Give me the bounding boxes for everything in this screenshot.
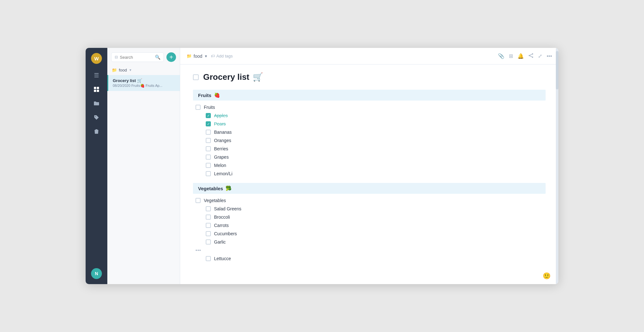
grid-icon[interactable] <box>91 84 102 95</box>
item-label-pears: Pears <box>214 121 226 126</box>
item-checkbox-lettuce[interactable] <box>206 256 211 261</box>
title-checkbox[interactable] <box>193 74 199 80</box>
sidebar-item-emoji: 🛒 <box>137 78 142 83</box>
item-checkbox-salad[interactable] <box>206 206 211 211</box>
fruits-parent-label: Fruits <box>204 105 215 110</box>
list-item[interactable]: Cucumbers <box>193 230 546 238</box>
sidebar-item-meta: 08/20/2020 Fruits🍓 Fruits Ap... <box>113 84 175 88</box>
item-label-carrots: Carrots <box>214 223 229 228</box>
item-checkbox-lemon[interactable] <box>206 171 211 176</box>
svg-rect-2 <box>94 90 96 92</box>
sidebar-item-title-text: Grocery list <box>113 78 136 83</box>
sidebar-search-area: ⊟ 🔍 + <box>107 48 180 65</box>
emoji-reaction-button[interactable]: 🙂 <box>543 272 551 280</box>
page-title-row: Grocery list 🛒 <box>193 72 546 82</box>
list-item[interactable]: Apples <box>193 111 546 120</box>
attach-icon[interactable]: 📎 <box>498 53 504 59</box>
sidebar-item-title: Grocery list 🛒 <box>113 78 175 83</box>
svg-line-7 <box>530 54 532 55</box>
avatar-bottom[interactable]: N <box>91 268 102 279</box>
item-checkbox-garlic[interactable] <box>206 239 211 245</box>
list-item[interactable]: Grapes <box>193 153 546 161</box>
vegetables-parent-checkbox[interactable] <box>195 198 201 203</box>
item-label-salad: Salad Greens <box>214 206 241 211</box>
item-label-lettuce: Lettucce <box>214 256 231 261</box>
list-item[interactable]: Oranges <box>193 136 546 145</box>
item-checkbox-oranges[interactable] <box>206 138 211 143</box>
page-title-text: Grocery list <box>203 72 249 82</box>
bell-icon[interactable]: 🔔 <box>518 53 524 59</box>
scrollbar-thumb[interactable] <box>556 51 558 89</box>
scrollbar[interactable] <box>556 48 558 284</box>
add-button[interactable]: + <box>166 52 176 62</box>
breadcrumb-folder-name: food <box>194 54 202 59</box>
item-label-grapes: Grapes <box>214 155 229 160</box>
sidebar-folder[interactable]: 📁 food ▼ <box>107 65 180 75</box>
list-item[interactable]: Lemon/Li <box>193 170 546 178</box>
search-box[interactable]: ⊟ 🔍 <box>111 52 164 62</box>
svg-point-5 <box>529 55 530 56</box>
share-icon[interactable] <box>528 53 533 59</box>
item-checkbox-bananas[interactable] <box>206 130 211 135</box>
folder-nav-icon[interactable] <box>91 98 102 109</box>
main-area: 📁 food ▼ 🏷 Add tags 📎 ⊞ 🔔 <box>180 48 558 284</box>
topbar-actions: 📎 ⊞ 🔔 ⤢ ••• <box>498 53 552 59</box>
menu-icon[interactable]: ☰ <box>91 70 102 81</box>
breadcrumb-dropdown[interactable]: ▼ <box>204 54 208 58</box>
dots-row: ••• <box>193 246 546 254</box>
svg-line-8 <box>530 56 532 57</box>
more-dots[interactable]: ••• <box>195 248 201 253</box>
content-area: Grocery list 🛒 Fruits 🍓 Fruits Apples <box>180 64 558 284</box>
item-label-bananas: Bananas <box>214 130 232 135</box>
svg-rect-0 <box>94 87 96 89</box>
page-title-emoji: 🛒 <box>253 72 263 82</box>
fullscreen-icon[interactable]: ⤢ <box>538 53 542 59</box>
section-header-vegetables: Vegetables 🥦 <box>193 183 546 194</box>
grid-view-icon[interactable]: ⊞ <box>509 53 513 59</box>
avatar[interactable]: W <box>91 53 102 64</box>
item-checkbox-melon[interactable] <box>206 163 211 168</box>
item-checkbox-grapes[interactable] <box>206 155 211 160</box>
sidebar-item-grocery[interactable]: Grocery list 🛒 08/20/2020 Fruits🍓 Fruits… <box>107 75 180 91</box>
list-item[interactable]: Lettucce <box>193 254 546 263</box>
list-item[interactable]: Carrots <box>193 221 546 230</box>
search-input[interactable] <box>120 55 153 60</box>
item-checkbox-cucumbers[interactable] <box>206 231 211 236</box>
vegetables-parent-label: Vegetables <box>204 198 226 203</box>
item-checkbox-carrots[interactable] <box>206 223 211 228</box>
list-item[interactable]: Salad Greens <box>193 205 546 213</box>
add-tags-button[interactable]: 🏷 Add tags <box>211 54 233 58</box>
more-options-icon[interactable]: ••• <box>547 53 552 59</box>
item-checkbox-broccoli[interactable] <box>206 215 211 220</box>
breadcrumb-folder-icon: 📁 <box>187 54 192 58</box>
list-item[interactable]: Broccoli <box>193 213 546 221</box>
list-item[interactable]: Berries <box>193 145 546 153</box>
sidebar: ⊟ 🔍 + 📁 food ▼ Grocery list 🛒 08/20/2020… <box>107 48 180 284</box>
section-fruits-label: Fruits <box>198 93 211 98</box>
fruits-parent-row[interactable]: Fruits <box>193 103 546 111</box>
item-label-melon: Melon <box>214 163 226 168</box>
svg-point-4 <box>532 53 533 55</box>
list-item[interactable]: Pears <box>193 120 546 128</box>
fruits-parent-checkbox[interactable] <box>195 105 201 110</box>
item-label-broccoli: Broccoli <box>214 215 230 220</box>
item-label-apples: Apples <box>214 113 228 118</box>
icon-bar: W ☰ <box>86 48 107 284</box>
list-item[interactable]: Bananas <box>193 128 546 136</box>
list-item[interactable]: Melon <box>193 161 546 170</box>
item-checkbox-pears[interactable] <box>206 121 211 126</box>
sidebar-item-date: 08/20/2020 <box>113 84 130 87</box>
vegetables-parent-row[interactable]: Vegetables <box>193 196 546 205</box>
item-label-berries: Berries <box>214 146 228 151</box>
search-icon: 🔍 <box>155 55 160 60</box>
topbar: 📁 food ▼ 🏷 Add tags 📎 ⊞ 🔔 <box>180 48 558 64</box>
section-vegetables-emoji: 🥦 <box>226 185 232 191</box>
section-vegetables-label: Vegetables <box>198 186 223 191</box>
filter-icon: ⊟ <box>115 55 118 59</box>
trash-nav-icon[interactable] <box>91 126 102 137</box>
item-checkbox-apples[interactable] <box>206 113 211 118</box>
list-item[interactable]: Garlic <box>193 238 546 246</box>
item-checkbox-berries[interactable] <box>206 146 211 151</box>
breadcrumb: 📁 food ▼ <box>187 54 208 59</box>
tag-nav-icon[interactable] <box>91 112 102 123</box>
